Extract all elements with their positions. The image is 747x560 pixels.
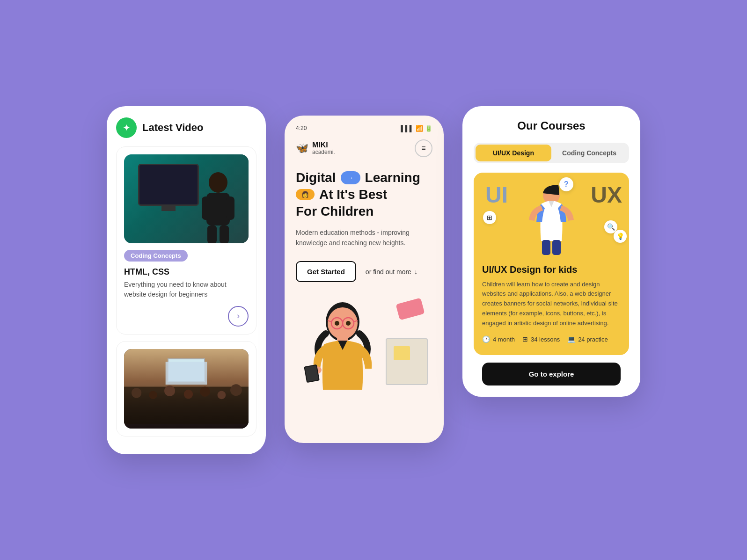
explore-button[interactable]: Go to explore: [482, 363, 621, 385]
nav-bar: 🦋 MIKI academi. ≡: [296, 139, 432, 157]
time-display: 4:20: [296, 125, 307, 131]
phone-2: 4:20 ▌▌▌ 📶 🔋 🦋 MIKI academi. ≡ Digital: [285, 116, 444, 443]
lamp-icon: 💡: [614, 230, 627, 243]
phone1-card2: [116, 341, 256, 436]
tab-coding[interactable]: Coding Concepts: [551, 145, 627, 161]
headline-section: Digital → Learning 👩 At It's Best For Ch…: [296, 170, 432, 219]
grid-icon: ⊞: [483, 211, 496, 224]
course-description: Children will learn how to create and de…: [482, 280, 621, 328]
laptop-icon: 💻: [567, 335, 575, 343]
svg-point-7: [132, 388, 141, 398]
course-card: UI UX ?: [474, 173, 629, 356]
course-character: [528, 185, 575, 257]
svg-point-10: [184, 389, 193, 399]
svg-point-23: [335, 321, 339, 326]
phone1-video2-thumbnail: [124, 349, 249, 429]
svg-point-8: [149, 391, 157, 399]
brand-subtitle: academi.: [312, 149, 335, 155]
svg-point-0: [209, 172, 227, 193]
ui-text: UI: [485, 182, 508, 208]
card1-arrow-button[interactable]: ›: [228, 306, 249, 327]
sticky-note: [394, 346, 410, 360]
signal-icon: ▌▌▌: [401, 125, 414, 132]
phone1-title: Latest Video: [142, 122, 203, 134]
phone1-header: ✦ Latest Video: [116, 117, 256, 138]
status-icons: ▌▌▌ 📶 🔋: [401, 125, 432, 132]
phone1-video-thumbnail: [124, 154, 249, 243]
person-badge: 👩: [296, 189, 315, 200]
headline-word4: For Children: [296, 204, 374, 219]
card1-tag: Coding Concepts: [124, 250, 188, 262]
svg-rect-4: [207, 225, 217, 243]
description-text: Modern education methods - improving kno…: [296, 227, 432, 248]
girl-character-svg: [296, 296, 389, 394]
svg-rect-2: [202, 196, 210, 220]
course-meta: 🕐 4 month ⊞ 34 lessons 💻 24 practice: [482, 335, 621, 343]
svg-rect-5: [220, 225, 229, 243]
get-started-button[interactable]: Get Started: [296, 261, 356, 282]
lessons-meta: ⊞ 34 lessons: [522, 335, 560, 343]
practice-meta: 💻 24 practice: [567, 335, 608, 343]
svg-point-24: [346, 321, 351, 326]
phone1-card1: Coding Concepts HTML, CSS Everything you…: [116, 146, 256, 335]
headline-word2: Learning: [365, 170, 420, 185]
svg-point-11: [200, 386, 210, 396]
phone-3: Our Courses UI/UX Design Coding Concepts…: [462, 106, 640, 397]
ux-text: UX: [591, 182, 622, 208]
status-bar: 4:20 ▌▌▌ 📶 🔋: [296, 125, 432, 132]
person-icon: 👩: [301, 191, 309, 198]
courses-tabs: UI/UX Design Coding Concepts: [474, 143, 629, 163]
cta-section: Get Started or find out more ↓: [296, 261, 432, 282]
find-out-more-link[interactable]: or find out more ↓: [366, 268, 417, 276]
svg-rect-3: [226, 196, 234, 220]
headline-word3: At It's Best: [319, 187, 387, 202]
svg-rect-29: [542, 240, 550, 255]
course-name: UI/UX Design for kids: [482, 264, 621, 275]
arrow-icon: →: [347, 174, 354, 182]
duration-meta: 🕐 4 month: [482, 335, 515, 343]
brand-name: MIKI: [312, 141, 335, 149]
arrow-badge: →: [341, 171, 360, 184]
card1-description: Everything you need to know about websit…: [124, 280, 249, 299]
course-illustration: UI UX ?: [474, 173, 629, 257]
headline-word1: Digital: [296, 170, 336, 185]
wifi-icon: 📶: [416, 125, 423, 132]
grid-lessons-icon: ⊞: [522, 335, 528, 343]
svg-point-12: [218, 391, 226, 399]
card1-title: HTML, CSS: [124, 267, 249, 277]
svg-point-9: [164, 385, 175, 396]
phone1-logo-icon: ✦: [116, 117, 137, 138]
decorative-pink-rect: [395, 298, 425, 320]
bulletin-board: [386, 338, 428, 385]
butterfly-icon: 🦋: [296, 142, 308, 154]
clock-icon: 🕐: [482, 335, 490, 343]
svg-point-13: [230, 384, 242, 396]
hero-illustration: [296, 296, 432, 399]
courses-title: Our Courses: [474, 119, 629, 132]
brand-logo: 🦋 MIKI academi.: [296, 141, 335, 156]
phone-1: ✦ Latest Video Codi: [107, 106, 266, 454]
menu-button[interactable]: ≡: [415, 139, 432, 157]
battery-icon: 🔋: [425, 125, 432, 132]
down-arrow-icon: ↓: [414, 268, 417, 276]
svg-rect-30: [552, 240, 561, 255]
svg-rect-14: [166, 362, 207, 385]
course-info: UI/UX Design for kids Children will lear…: [474, 257, 629, 343]
tab-uiux[interactable]: UI/UX Design: [476, 145, 551, 161]
